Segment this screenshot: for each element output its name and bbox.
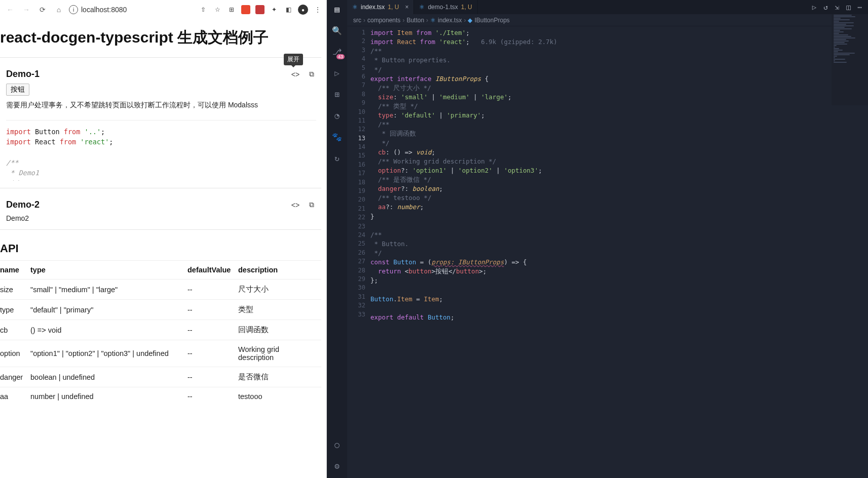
nav-back-icon[interactable]: ← (4, 4, 16, 16)
sync-icon[interactable]: ↻ (331, 152, 343, 164)
share-icon[interactable]: ⇧ (199, 5, 208, 14)
editor-tab[interactable]: ⚛index.tsx1, U× (347, 0, 414, 14)
toolbar-right: ⇧ ☆ ⊞ ✦ ◧ ● ⋮ (199, 5, 322, 15)
breadcrumb-item[interactable]: Button (406, 17, 424, 24)
table-cell: Working grid description (238, 340, 321, 367)
api-header-desc: description (238, 261, 321, 280)
close-icon[interactable]: × (405, 4, 408, 11)
source-control-icon[interactable]: ⎇ 43 (331, 46, 343, 58)
browser-toolbar: ← → ⟳ ⌂ i localhost:8080 ⇧ ☆ ⊞ ✦ ◧ ● ⋮ (0, 0, 326, 19)
api-header-name: name (0, 261, 30, 280)
api-header-row: name type defaultValue description (0, 261, 321, 280)
table-cell: boolean | undefined (30, 367, 187, 387)
run-debug-icon[interactable]: ▷ (331, 67, 343, 79)
demo-1-tooltip: 展开 (284, 54, 303, 65)
breadcrumbs[interactable]: src › components › Button › ⚛ index.tsx … (347, 14, 868, 26)
search-icon[interactable]: 🔍 (331, 24, 343, 36)
explorer-icon[interactable]: ▤ (331, 3, 343, 15)
table-cell: "option1" | "option2" | "option3" | unde… (30, 340, 187, 367)
table-cell: size (0, 280, 30, 300)
api-table: name type defaultValue description size"… (0, 260, 321, 406)
demo-1-title: Demo-1 (6, 69, 40, 79)
home-icon[interactable]: ⌂ (53, 4, 65, 16)
demo-2-title: Demo-2 (6, 200, 40, 210)
table-cell: 类型 (238, 300, 321, 320)
reload-icon[interactable]: ⟳ (36, 4, 49, 16)
code-content[interactable]: import Item from './Item';import React f… (370, 26, 868, 478)
nav-forward-icon[interactable]: → (20, 4, 32, 16)
extensions-panel-icon[interactable]: ⊞ (331, 88, 343, 100)
pets-icon[interactable]: 🐾 (331, 131, 343, 143)
site-info-icon[interactable]: i (69, 5, 78, 14)
table-cell: -- (187, 300, 238, 320)
line-gutter: 1234567891011121314151617181920212223242… (347, 26, 370, 478)
breadcrumb-item[interactable]: index.tsx (438, 17, 462, 24)
run-icon[interactable]: ▷ (812, 3, 816, 11)
url-text: localhost:8080 (81, 6, 127, 14)
table-row: aanumber | undefined--testooo (0, 387, 321, 406)
table-cell: -- (187, 320, 238, 340)
demo-1-copy-icon[interactable]: ⧉ (307, 70, 316, 79)
breadcrumb-symbol[interactable]: IButtonProps (474, 17, 509, 24)
editor-area[interactable]: 1234567891011121314151617181920212223242… (347, 26, 868, 478)
vscode-panel: ▤ 🔍 ⎇ 43 ▷ ⊞ ◔ 🐾 ↻ ◯ ⚙ ⚛index.tsx1, U×⚛d… (327, 0, 868, 478)
table-cell: () => void (30, 320, 187, 340)
timeline-icon[interactable]: ◔ (331, 109, 343, 122)
bookmark-icon[interactable]: ☆ (213, 5, 222, 14)
table-cell: testooo (238, 387, 321, 406)
breadcrumb-item[interactable]: components (367, 17, 400, 24)
api-header-type: type (30, 261, 187, 280)
extension-darkred-icon[interactable] (255, 5, 265, 14)
sidebar-toggle-icon[interactable]: ◧ (284, 5, 293, 14)
browser-menu-icon[interactable]: ⋮ (313, 5, 322, 14)
demo-1-button[interactable]: 按钮 (6, 84, 29, 96)
qr-icon[interactable]: ⊞ (227, 5, 236, 14)
editor-panel: ⚛index.tsx1, U×⚛demo-1.tsx1, U ▷ ↺ ⇲ ◫ ⋯… (347, 0, 868, 478)
minimap[interactable] (832, 14, 868, 105)
table-row: type"default" | "primary"--类型 (0, 300, 321, 320)
table-cell: 回调函数 (238, 320, 321, 340)
table-cell: -- (187, 367, 238, 387)
editor-tab-actions: ▷ ↺ ⇲ ◫ ⋯ (812, 0, 868, 14)
table-cell: aa (0, 387, 30, 406)
api-title: API (0, 242, 321, 255)
react-file-icon: ⚛ (352, 4, 358, 11)
extensions-icon[interactable]: ✦ (270, 5, 279, 14)
editor-tabs: ⚛index.tsx1, U×⚛demo-1.tsx1, U ▷ ↺ ⇲ ◫ ⋯ (347, 0, 868, 14)
demo-2-code-icon[interactable]: <> (291, 201, 300, 210)
tab-filename: demo-1.tsx (428, 4, 458, 11)
extension-red-icon[interactable] (241, 5, 250, 14)
breadcrumb-item[interactable]: src (353, 17, 361, 24)
demo-1-code-icon[interactable]: <> (291, 70, 300, 79)
page-title: react-docgen-typescript 生成文档例子 (0, 24, 321, 58)
react-file-icon: ⚛ (419, 4, 425, 11)
table-row: option"option1" | "option2" | "option3" … (0, 340, 321, 367)
source-control-badge: 43 (336, 54, 345, 59)
account-icon[interactable]: ◯ (331, 439, 343, 451)
more-icon[interactable]: ⋯ (858, 3, 862, 11)
table-cell: -- (187, 280, 238, 300)
profile-avatar-icon[interactable]: ● (298, 5, 308, 15)
api-header-default: defaultValue (187, 261, 238, 280)
table-cell: type (0, 300, 30, 320)
table-cell: 是否微信 (238, 367, 321, 387)
history-icon[interactable]: ↺ (823, 3, 827, 11)
table-cell: cb (0, 320, 30, 340)
address-bar[interactable]: i localhost:8080 (69, 5, 195, 14)
demo-2-copy-icon[interactable]: ⧉ (307, 201, 316, 210)
gear-icon[interactable]: ⚙ (331, 460, 343, 472)
browser-panel: ← → ⟳ ⌂ i localhost:8080 ⇧ ☆ ⊞ ✦ ◧ ● ⋮ r… (0, 0, 327, 478)
table-cell: "default" | "primary" (30, 300, 187, 320)
demo-2-section: Demo-2 <> ⧉ Demo2 (0, 193, 321, 230)
editor-tab[interactable]: ⚛demo-1.tsx1, U (414, 0, 477, 14)
table-row: dangerboolean | undefined--是否微信 (0, 367, 321, 387)
demo-1-code-preview: import Button from '..'; import React fr… (6, 120, 316, 181)
tab-filename: index.tsx (361, 4, 385, 11)
table-cell: -- (187, 340, 238, 367)
split-editor-icon[interactable]: ◫ (846, 3, 850, 11)
activity-bar: ▤ 🔍 ⎇ 43 ▷ ⊞ ◔ 🐾 ↻ ◯ ⚙ (327, 0, 347, 478)
table-cell: number | undefined (30, 387, 187, 406)
split-down-icon[interactable]: ⇲ (835, 3, 839, 11)
table-cell: option (0, 340, 30, 367)
page-content: react-docgen-typescript 生成文档例子 展开 Demo-1… (0, 19, 326, 478)
